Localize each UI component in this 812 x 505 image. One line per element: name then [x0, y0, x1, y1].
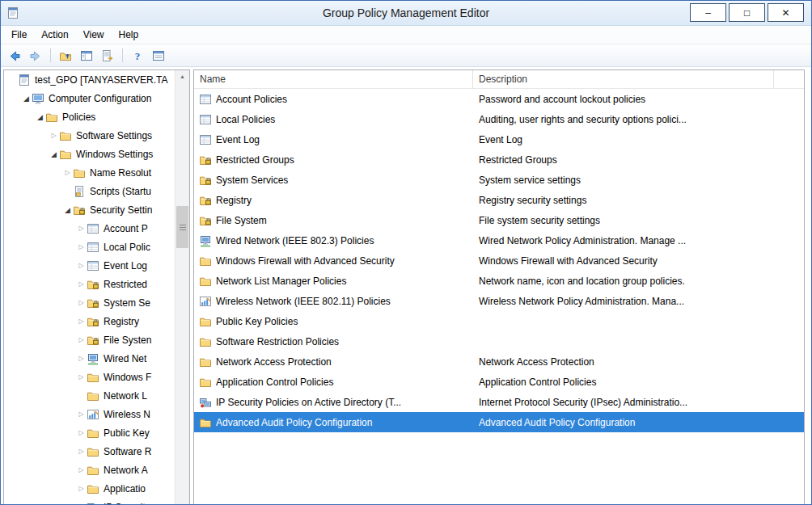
forward-button[interactable] [26, 47, 45, 65]
tree-item[interactable]: ▷Event Log [4, 256, 176, 275]
menu-item-help[interactable]: Help [112, 27, 146, 42]
folder-lock-icon [87, 334, 99, 347]
list-row[interactable]: Public Key Policies [194, 311, 804, 331]
tree-item[interactable]: ▷Wired Net [4, 349, 176, 368]
properties-window-button[interactable] [149, 47, 168, 65]
column-header-description[interactable]: Description [473, 70, 774, 88]
list-row[interactable]: Event LogEvent Log [194, 129, 804, 149]
tree-item[interactable]: ▷Windows F [4, 368, 176, 386]
show-console-tree-button[interactable] [77, 47, 96, 65]
expander-collapsed-icon[interactable]: ▷ [76, 299, 87, 306]
tree-item-label: Windows Settings [76, 149, 153, 160]
expander-collapsed-icon[interactable]: ▷ [76, 318, 87, 325]
expander-collapsed-icon[interactable]: ▷ [76, 448, 87, 455]
expander-expanded-icon[interactable]: ◢ [62, 206, 73, 214]
tree-item-label: Wireless N [104, 409, 150, 420]
expander-collapsed-icon[interactable]: ▷ [76, 410, 87, 418]
list-row[interactable]: Advanced Audit Policy ConfigurationAdvan… [194, 412, 804, 432]
tree-item[interactable]: ▷File Systen [4, 330, 176, 349]
list-row[interactable]: RegistryRegistry security settings [194, 190, 804, 210]
expander-collapsed-icon[interactable]: ▷ [76, 262, 87, 269]
expander-collapsed-icon[interactable]: ▷ [49, 132, 59, 139]
menu-item-file[interactable]: File [4, 27, 34, 42]
list-cell-name: Restricted Groups [194, 154, 473, 166]
up-one-level-button[interactable] [56, 47, 75, 65]
list-row[interactable]: Restricted GroupsRestricted Groups [194, 149, 804, 170]
expander-expanded-icon[interactable]: ◢ [49, 150, 59, 158]
list-item-description: System service settings [473, 175, 804, 186]
ip-security-icon [199, 396, 212, 409]
list-row[interactable]: System ServicesSystem service settings [194, 170, 804, 190]
help-button[interactable]: ? [128, 47, 147, 65]
list-row[interactable]: Account PoliciesPassword and account loc… [194, 89, 804, 109]
expander-expanded-icon[interactable]: ◢ [35, 113, 45, 121]
list-row[interactable]: Wired Network (IEEE 802.3) PoliciesWired… [194, 230, 804, 250]
expander-collapsed-icon[interactable]: ▷ [76, 485, 87, 492]
close-button[interactable]: ✕ [768, 3, 804, 22]
ip-security-icon [87, 501, 99, 505]
tree-item[interactable]: IP Securit [4, 498, 176, 505]
tree-item[interactable]: ▷Restricted [4, 275, 176, 293]
tree-item[interactable]: ▷Local Polic [4, 238, 176, 256]
menu-item-view[interactable]: View [76, 27, 112, 42]
list-row[interactable]: Local PoliciesAuditing, user rights and … [194, 109, 804, 129]
tree-item[interactable]: ▷Applicatio [4, 479, 176, 498]
tree-item[interactable]: ◢Policies [4, 107, 176, 126]
list-row[interactable]: Windows Firewall with Advanced SecurityW… [194, 250, 804, 271]
list-row[interactable]: Software Restriction Policies [194, 331, 804, 351]
tree-item[interactable]: ▷Public Key [4, 423, 176, 442]
minimize-button[interactable]: – [690, 3, 726, 22]
tree-item[interactable]: Network L [4, 386, 176, 405]
expander-collapsed-icon[interactable]: ▷ [76, 225, 87, 232]
expander-collapsed-icon[interactable]: ▷ [76, 429, 87, 436]
column-header-name[interactable]: Name [194, 70, 473, 88]
title-bar[interactable]: Group Policy Management Editor –□✕ [1, 1, 811, 26]
tree-item[interactable]: ▷System Se [4, 293, 176, 312]
tree-item-label: Scripts (Startu [90, 186, 151, 197]
tree-item[interactable]: ◢Security Settin [4, 200, 176, 219]
maximize-button[interactable]: □ [729, 3, 765, 22]
tree-item[interactable]: ▷Software R [4, 442, 176, 461]
tree-item[interactable]: ▷Network A [4, 461, 176, 479]
list-item-name: Windows Firewall with Advanced Security [216, 255, 395, 267]
list-row[interactable]: Network Access ProtectionNetwork Access … [194, 351, 804, 372]
tree-item[interactable]: ▷Wireless N [4, 405, 176, 423]
tree-item[interactable]: Scripts (Startu [4, 182, 176, 200]
expander-expanded-icon[interactable]: ◢ [21, 95, 32, 103]
tree-scrollbar[interactable]: ▲ [175, 70, 189, 504]
list-item-description: Windows Firewall with Advanced Security [473, 255, 804, 267]
expander-collapsed-icon[interactable]: ▷ [76, 336, 87, 343]
tree-item[interactable]: ▷Account P [4, 219, 176, 238]
expander-collapsed-icon[interactable]: ▷ [76, 280, 87, 288]
back-button[interactable] [5, 47, 24, 65]
list-item-name: Network Access Protection [216, 356, 332, 368]
menu-item-action[interactable]: Action [34, 27, 75, 42]
tree-item[interactable]: ◢Windows Settings [4, 145, 176, 163]
expander-collapsed-icon[interactable]: ▷ [76, 373, 87, 381]
list-item-name: Application Control Policies [216, 377, 333, 388]
list-row[interactable]: Application Control PoliciesApplication … [194, 372, 804, 392]
expander-collapsed-icon[interactable]: ▷ [76, 355, 87, 362]
scroll-up-icon[interactable]: ▲ [176, 70, 189, 82]
expander-collapsed-icon[interactable]: ▷ [76, 466, 87, 473]
list-cell-name: Registry [194, 194, 473, 207]
tree-item[interactable]: ▷Software Settings [4, 126, 176, 145]
folder-lock-icon [199, 174, 212, 187]
list-row[interactable]: IP Security Policies on Active Directory… [194, 392, 804, 412]
tree-item[interactable]: test_GPO [TANYASERVER.TA [4, 70, 176, 89]
list-cell-name: IP Security Policies on Active Directory… [194, 396, 473, 409]
expander-collapsed-icon[interactable]: ▷ [76, 243, 87, 250]
list-row[interactable]: Wireless Network (IEEE 802.11) PoliciesW… [194, 291, 804, 311]
tree-item[interactable]: ▷Registry [4, 312, 176, 330]
tree-item[interactable]: ◢Computer Configuration [4, 89, 176, 107]
list-item-name: Account Policies [216, 94, 287, 105]
tree-item[interactable]: ▷Name Resolut [4, 163, 176, 182]
computer-icon [32, 92, 44, 105]
help-icon: ? [131, 49, 144, 62]
expander-collapsed-icon[interactable]: ▷ [62, 169, 73, 176]
list-row[interactable]: File SystemFile system security settings [194, 210, 804, 230]
list-item-description: Wireless Network Policy Administration. … [473, 296, 804, 307]
export-list-button[interactable] [98, 47, 117, 65]
scroll-thumb[interactable] [176, 206, 188, 248]
list-row[interactable]: Network List Manager PoliciesNetwork nam… [194, 271, 804, 291]
